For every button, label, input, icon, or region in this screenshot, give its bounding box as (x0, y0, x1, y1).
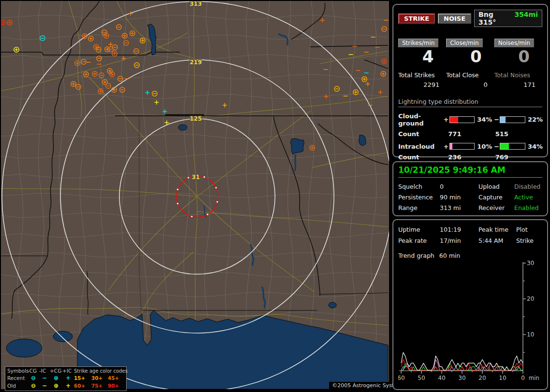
svg-text:313: 313 (189, 1, 202, 7)
legend-row-recent-label: Recent (7, 375, 28, 381)
trend-graph-label: Trend graph (398, 252, 434, 259)
small-lake-se (329, 302, 336, 308)
plot-mode-label: Plot (516, 226, 542, 233)
plus-sign: + (444, 143, 449, 150)
ic-minus-pct: 34% (526, 143, 542, 150)
legend-header-ncg: -CG (28, 368, 39, 374)
squelch-label: Squelch (398, 183, 440, 190)
svg-text:min: min (529, 375, 539, 381)
age-75: 75+ (91, 383, 108, 389)
noises-per-min-value: 0 (494, 48, 542, 66)
peak-rate-value: 17/min (440, 237, 478, 244)
upload-label: Upload (478, 183, 514, 190)
svg-text:30: 30 (458, 375, 465, 381)
session-panel: Uptime 101:19 Peak time Plot Peak rate 1… (392, 219, 548, 390)
datetime-display: 10/21/2025 9:49:16 AM (398, 165, 542, 178)
circle-plus-icon: ⊕ (50, 382, 62, 390)
cg-plus-count: 771 (448, 130, 495, 138)
ic-plus-count: 236 (448, 154, 495, 161)
cg-minus-count: 515 (495, 130, 542, 138)
total-strikes-label: Total Strikes (398, 71, 446, 79)
svg-text:10: 10 (527, 331, 534, 338)
cloud-ground-row: Cloud-ground + 34% − 22% (398, 112, 542, 127)
strikes-per-min-value: 4 (398, 48, 446, 66)
circle-minus-icon: ⊖ (28, 375, 39, 382)
total-noises-label: Total Noises (494, 71, 542, 79)
persistence-value: 90 min (440, 194, 478, 201)
noises-per-min-column: Noises/min 0 Total Noises 171 (494, 38, 542, 88)
svg-text:125: 125 (189, 115, 202, 122)
uptime-label: Uptime (398, 226, 440, 233)
age-30: 30+ (91, 375, 108, 381)
status-panel: 10/21/2025 9:49:16 AM Squelch 0 Upload D… (392, 161, 548, 216)
noise-indicator-button[interactable]: NOISE (438, 14, 471, 24)
persistence-label: Persistence (398, 194, 440, 201)
strike-indicator-button[interactable]: STRIKE (398, 14, 435, 24)
cg-minus-pct: 22% (526, 116, 542, 123)
age-60: 60+ (74, 383, 91, 389)
total-strikes-value: 2291 (398, 81, 446, 88)
distance-value: 354mi (514, 11, 538, 26)
svg-text:30: 30 (527, 260, 534, 266)
count-label: Count (398, 130, 448, 138)
small-lake (178, 125, 187, 130)
strike-map: 31321912531 (1, 1, 389, 389)
peak-rate-label: Peak rate (398, 237, 440, 244)
age-15: 15+ (74, 375, 91, 381)
range-value: 313 mi (440, 204, 478, 211)
cloud-ground-count-row: Count 771 515 (398, 130, 542, 138)
total-noises-value: 171 (494, 81, 542, 88)
bearing-distance-readout: Bng 315° 354mi (474, 10, 542, 27)
map-legend: Symbols -CG -IC +CG +IC Strike age color… (5, 366, 127, 391)
minus-sign: − (494, 143, 499, 150)
trend-graph: 6050403020100min102030 (398, 260, 542, 387)
minus-sign: − (494, 116, 499, 123)
map-canvas: 31321912531 Symbols -CG -IC +CG +IC Stri… (1, 1, 389, 389)
close-per-min-value: 0 (446, 48, 494, 66)
legend-row-old-label: Old (7, 383, 28, 389)
distribution-title: Lightning type distribution (398, 98, 542, 107)
rate-counters: Strikes/min 4 Total Strikes 2291 Close/m… (398, 38, 542, 88)
svg-text:20: 20 (478, 375, 486, 381)
strikes-per-min-column: Strikes/min 4 Total Strikes 2291 (398, 38, 446, 88)
receiver-label: Receiver (478, 204, 514, 211)
plus-icon: + (62, 375, 74, 382)
indicator-row: STRIKE NOISE Bng 315° 354mi (398, 10, 542, 27)
circle-minus-icon: ⊖ (28, 382, 39, 390)
capture-label: Capture (478, 194, 514, 201)
svg-text:60: 60 (398, 375, 405, 381)
count-label: Count (398, 154, 448, 161)
cg-minus-bar (500, 116, 525, 123)
cg-plus-pct: 34% (476, 116, 494, 123)
trend-graph-window: 60 min (439, 252, 460, 259)
minus-icon: − (39, 375, 50, 382)
session-grid: Uptime 101:19 Peak time Plot Peak rate 1… (398, 226, 542, 244)
total-close-value: 0 (446, 81, 494, 88)
ic-minus-count: 769 (495, 154, 542, 161)
ic-minus-bar (500, 143, 525, 150)
cg-plus-bar (449, 116, 475, 123)
legend-header-pcg: +CG (50, 368, 62, 374)
lake-pontchartrain (6, 339, 42, 357)
intracloud-count-row: Count 236 769 (398, 154, 542, 161)
svg-text:219: 219 (189, 59, 202, 66)
bearing-value: Bng 315° (478, 11, 508, 26)
svg-text:20: 20 (527, 295, 534, 302)
intracloud-row: Intracloud + 10% − 34% (398, 143, 542, 150)
peak-time-label: Peak time (478, 226, 516, 233)
legend-header-pic: +IC (62, 368, 74, 374)
counters-panel: STRIKE NOISE Bng 315° 354mi Strikes/min … (392, 4, 548, 157)
squelch-value: 0 (440, 183, 478, 190)
noises-per-min-chip: Noises/min (494, 39, 534, 47)
upload-status: Disabled (514, 183, 542, 190)
legend-header-symbols: Symbols (7, 368, 28, 374)
close-per-min-chip: Close/min (446, 39, 482, 47)
intracloud-label: Intracloud (398, 143, 444, 150)
svg-text:10: 10 (499, 375, 506, 381)
legend-header-nic: -IC (39, 368, 50, 374)
svg-text:31: 31 (192, 174, 200, 181)
lake-maurepas (53, 331, 72, 342)
lake-right-edge (359, 135, 366, 146)
close-per-min-column: Close/min 0 Total Close 0 (446, 38, 494, 88)
svg-text:40: 40 (438, 375, 445, 381)
